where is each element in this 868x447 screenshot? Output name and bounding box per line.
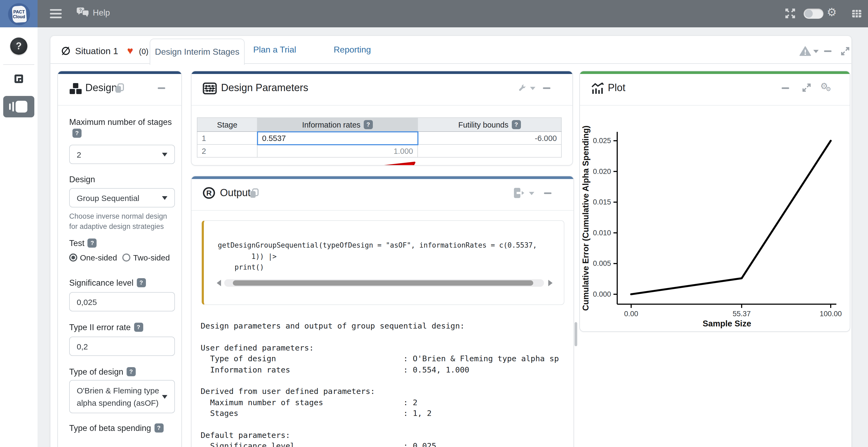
design-parameters-table: Stage Information rates Futility bounds …: [197, 117, 562, 158]
app-logo[interactable]: PACT Cloud: [0, 0, 37, 28]
wrench-icon[interactable]: [518, 83, 526, 92]
output-panel-accent: [191, 176, 574, 179]
type2-help-icon[interactable]: [134, 323, 143, 332]
card-minimize-button[interactable]: [824, 50, 832, 52]
svg-text:?: ?: [79, 8, 82, 13]
table-cell[interactable]: 1: [197, 132, 257, 144]
situation-title: Situation 1: [75, 46, 118, 57]
design-select[interactable]: Group Sequential: [69, 188, 175, 207]
col-futility-bounds[interactable]: Futility bounds: [417, 118, 561, 132]
design-select-label: Design: [69, 174, 95, 185]
design-parameters-panel: Design Parameters: [191, 71, 573, 166]
scroll-left-arrow[interactable]: [217, 280, 221, 286]
scrollbar-thumb[interactable]: [233, 280, 533, 286]
tab-design-interim-stages[interactable]: Design Interim Stages: [150, 39, 245, 65]
main-content: ∅ Situation 1 ♥ (0) Design Interim Stage…: [37, 27, 868, 447]
top-bar: PACT Cloud ? Help ⚙: [0, 0, 868, 27]
type-of-design-help-icon[interactable]: [127, 367, 136, 376]
design-panel-title: Design: [85, 82, 117, 94]
svg-text:0.015: 0.015: [593, 198, 611, 206]
plot-panel: Plot ⚙⚙ 0.0000.0050.0100.0150.0200.025 0…: [579, 71, 850, 332]
theme-toggle[interactable]: [804, 8, 824, 19]
svg-text:R: R: [206, 189, 212, 197]
svg-text:0.005: 0.005: [593, 260, 611, 268]
test-help-icon[interactable]: [88, 239, 97, 248]
card-expand-icon[interactable]: [841, 47, 850, 56]
output-panel-minimize[interactable]: [544, 193, 552, 194]
scroll-right-arrow[interactable]: [548, 280, 553, 286]
tab-plan-a-trial[interactable]: Plan a Trial: [253, 36, 296, 64]
help-bubble-icon: ?: [77, 7, 90, 18]
significance-help-icon[interactable]: [137, 278, 146, 287]
avatar[interactable]: ?: [10, 37, 27, 55]
significance-input[interactable]: 0,025: [69, 292, 175, 311]
left-sidebar: ?: [0, 27, 38, 447]
logo-line1: PACT: [13, 9, 25, 14]
output-panel-title: Output: [220, 187, 251, 199]
settings-gear-icon[interactable]: ⚙: [827, 7, 837, 18]
abacus-icon: [203, 82, 217, 94]
max-stages-help-icon[interactable]: [72, 129, 82, 138]
sidebar-divider: [3, 64, 34, 65]
export-icon[interactable]: [514, 187, 525, 198]
radio-two-sided[interactable]: [122, 253, 130, 262]
design-select-helper: Choose inverse normal design for adaptiv…: [69, 211, 177, 232]
col-stage[interactable]: Stage: [197, 118, 257, 132]
svg-text:Sample Size: Sample Size: [703, 319, 751, 328]
warning-dropdown-caret[interactable]: [813, 50, 819, 53]
r-code[interactable]: getDesignGroupSequential(typeOfDesign = …: [218, 240, 537, 273]
design-panel-accent: [58, 71, 181, 74]
svg-text:55.37: 55.37: [733, 310, 751, 318]
svg-text:0.000: 0.000: [593, 290, 611, 298]
design-parameters-minimize[interactable]: [543, 88, 550, 89]
wrench-dropdown-caret[interactable]: [530, 87, 535, 90]
collapse-panel-icon: [9, 101, 28, 112]
svg-text:0.025: 0.025: [593, 137, 611, 145]
table-row: 21.000: [197, 144, 561, 157]
table-cell[interactable]: 2: [197, 144, 257, 157]
flag-icon[interactable]: [14, 74, 23, 83]
max-stages-select[interactable]: 2: [69, 145, 175, 164]
app-window: PACT Cloud ? Help ⚙: [0, 0, 868, 447]
copy-icon[interactable]: [249, 188, 259, 198]
tab-reporting[interactable]: Reporting: [334, 36, 371, 64]
table-cell[interactable]: 1.000: [257, 144, 417, 157]
design-panel-minimize[interactable]: [158, 88, 165, 89]
output-text: Design parameters and output of group se…: [200, 320, 559, 447]
fullscreen-icon[interactable]: [785, 8, 795, 18]
svg-text:0.020: 0.020: [593, 168, 611, 175]
export-dropdown-caret[interactable]: [529, 192, 534, 195]
code-block: getDesignGroupSequential(typeOfDesign = …: [202, 220, 564, 305]
apps-grid-icon[interactable]: [852, 10, 862, 18]
type2-label: Type II error rate: [69, 321, 143, 333]
situation-card: ∅ Situation 1 ♥ (0) Design Interim Stage…: [50, 35, 852, 447]
menu-hamburger-icon[interactable]: [50, 9, 62, 18]
logo-line2: Cloud: [13, 14, 25, 19]
design-panel: Design Maximum number of stages 2 Design: [57, 71, 182, 447]
design-parameters-accent: [191, 71, 572, 74]
svg-text:Cumulative Error (Cumulative A: Cumulative Error (Cumulative Alpha Spend…: [581, 126, 590, 311]
significance-label: Significance level: [69, 277, 146, 288]
alpha-spending-chart: 0.0000.0050.0100.0150.0200.025 0.0055.37…: [580, 71, 849, 329]
chevron-down-icon: [162, 196, 167, 200]
sidebar-collapse-button[interactable]: [3, 96, 34, 117]
type-of-design-select[interactable]: O'Brien & Fleming type alpha spending (a…: [69, 380, 175, 413]
table-cell[interactable]: 0.5537: [257, 132, 417, 144]
information-rates-help-icon[interactable]: [364, 120, 373, 129]
radio-one-sided[interactable]: [69, 253, 77, 262]
max-stages-label: Maximum number of stages: [69, 116, 178, 139]
warning-icon[interactable]: [799, 46, 811, 56]
copy-icon[interactable]: [115, 83, 124, 93]
column-vscrollbar-thumb[interactable]: [575, 322, 577, 346]
help-label: Help: [93, 8, 110, 18]
beta-spending-help-icon[interactable]: [154, 423, 163, 433]
table-cell[interactable]: -6.000: [417, 132, 561, 144]
help-button[interactable]: ? Help: [77, 7, 110, 18]
empty-set-icon: ∅: [61, 44, 70, 57]
col-information-rates[interactable]: Information rates: [257, 118, 417, 132]
heart-icon[interactable]: ♥: [127, 45, 133, 57]
type2-input[interactable]: 0,2: [69, 337, 175, 356]
futility-bounds-help-icon[interactable]: [512, 120, 521, 129]
chevron-down-icon: [162, 395, 167, 399]
table-cell[interactable]: [417, 144, 561, 157]
